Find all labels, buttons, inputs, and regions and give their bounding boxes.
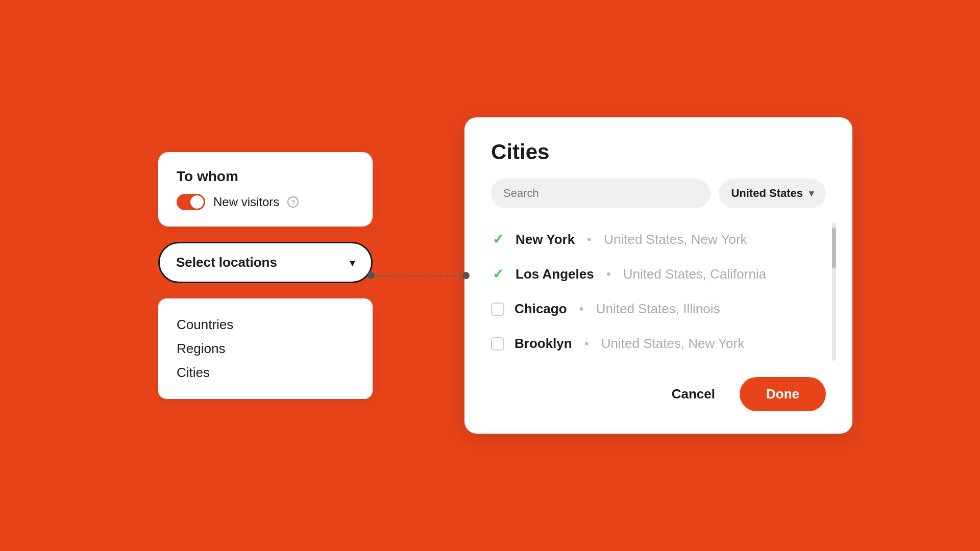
- city-item-los-angeles[interactable]: ✓ Los Angeles • United States, Californi…: [491, 257, 826, 291]
- city-dot-1: •: [606, 266, 611, 282]
- city-region-brooklyn: United States, New York: [601, 336, 744, 352]
- location-type-list: Countries Regions Cities: [158, 298, 373, 399]
- city-name-new-york: New York: [516, 232, 575, 247]
- connector-dot-start: [368, 272, 375, 279]
- new-visitors-toggle[interactable]: [177, 194, 205, 210]
- city-dot-3: •: [584, 336, 589, 352]
- city-name-brooklyn: Brooklyn: [514, 336, 572, 352]
- city-list: ✓ New York • United States, New York ✓ L…: [491, 222, 826, 361]
- city-name-los-angeles: Los Angeles: [516, 266, 594, 282]
- city-dot-2: •: [579, 301, 584, 317]
- connector-dashes: [376, 275, 461, 277]
- check-icon-los-angeles: ✓: [491, 267, 505, 282]
- location-type-regions[interactable]: Regions: [177, 337, 354, 361]
- scrollbar-thumb[interactable]: [832, 228, 836, 268]
- city-item-brooklyn[interactable]: Brooklyn • United States, New York: [491, 326, 826, 361]
- location-type-countries[interactable]: Countries: [177, 313, 354, 337]
- cities-modal: Cities United States ▾ ✓ New York • Unit…: [464, 117, 852, 434]
- checkbox-chicago[interactable]: [491, 303, 504, 316]
- connector-dot-end: [462, 272, 470, 279]
- city-region-new-york: United States, New York: [604, 232, 747, 247]
- select-locations-label: Select locations: [176, 255, 277, 270]
- city-region-chicago: United States, Illinois: [596, 301, 720, 317]
- city-list-container: ✓ New York • United States, New York ✓ L…: [491, 222, 826, 361]
- new-visitors-label: New visitors: [213, 195, 279, 209]
- country-dropdown[interactable]: United States ▾: [719, 179, 826, 208]
- cities-modal-title: Cities: [491, 140, 826, 164]
- check-icon-new-york: ✓: [491, 233, 505, 247]
- done-button[interactable]: Done: [740, 377, 826, 411]
- select-locations-button[interactable]: Select locations ▾: [158, 242, 373, 283]
- city-region-los-angeles: United States, California: [623, 266, 766, 282]
- modal-footer: Cancel Done: [491, 377, 826, 411]
- help-icon[interactable]: ?: [287, 196, 299, 208]
- cancel-button[interactable]: Cancel: [659, 378, 727, 410]
- search-wrapper[interactable]: [491, 179, 710, 208]
- location-type-cities[interactable]: Cities: [177, 361, 354, 385]
- country-dropdown-label: United States: [731, 187, 803, 200]
- to-whom-card: To whom New visitors ?: [158, 152, 373, 227]
- scrollbar-track: [832, 222, 836, 361]
- chevron-down-icon: ▾: [350, 257, 355, 269]
- city-item-new-york[interactable]: ✓ New York • United States, New York: [491, 222, 826, 257]
- search-row: United States ▾: [491, 179, 826, 208]
- search-input[interactable]: [503, 187, 698, 200]
- connector-line: [368, 272, 470, 279]
- city-name-chicago: Chicago: [514, 301, 567, 317]
- toggle-knob: [190, 195, 204, 209]
- to-whom-title: To whom: [177, 168, 354, 185]
- country-dropdown-arrow: ▾: [809, 188, 814, 199]
- city-dot-0: •: [587, 232, 592, 247]
- checkbox-brooklyn[interactable]: [491, 337, 504, 350]
- city-item-chicago[interactable]: Chicago • United States, Illinois: [491, 291, 826, 326]
